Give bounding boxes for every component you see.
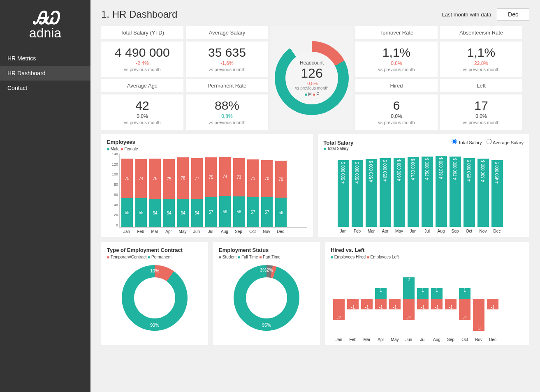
kpi-absenteeism: Absenteeism Rate 1,1% 22,8% vs previous … bbox=[440, 26, 522, 77]
kpi-avg-age: Average Age 42 0,0% vs previous month bbox=[101, 79, 183, 130]
nav-item-hr-metrics[interactable]: HR Metrics bbox=[0, 51, 90, 66]
legend-hired: Employees Hired bbox=[331, 255, 366, 259]
kpi-delta: 0,0% bbox=[442, 113, 521, 119]
nav-item-contact[interactable]: Contact bbox=[0, 81, 90, 95]
kpi-delta: 0,8% bbox=[188, 113, 267, 119]
month-filter-label: Last month with data: bbox=[442, 12, 493, 18]
radio-avg-salary[interactable]: Average Salary bbox=[487, 140, 524, 145]
employees-bar-chart: 140120100806040200 557555745476547554785… bbox=[119, 154, 307, 228]
logo-mark-icon: ᎯᏇ bbox=[0, 8, 90, 28]
hired-left-panel: Hired vs. Left Employees Hired Employees… bbox=[325, 242, 529, 345]
slice-label-perm: 90% bbox=[150, 323, 159, 327]
chart-legend: Total Salary bbox=[324, 146, 524, 151]
kpi-delta: -1,6% bbox=[188, 60, 267, 66]
mid-charts-row: Employees Male Female 140120100806040200… bbox=[101, 134, 529, 237]
kpi-sub: vs previous month bbox=[357, 120, 436, 125]
headcount-label: Headcount bbox=[295, 60, 328, 66]
headcount-sub: vs previous month bbox=[295, 86, 328, 90]
month-filter: Last month with data: Dec bbox=[442, 8, 529, 21]
kpi-delta: 0,0% bbox=[357, 113, 436, 119]
legend-total-salary: Total Salary bbox=[324, 146, 349, 151]
kpi-label: Average Salary bbox=[186, 26, 268, 42]
headcount-delta: -0,8% bbox=[295, 81, 328, 86]
slice-label-small: 3%2% bbox=[260, 267, 273, 272]
kpi-sub: vs previous month bbox=[188, 67, 267, 72]
kpi-permanent-rate: Permanent Rate 88% 0,8% vs previous mont… bbox=[186, 79, 268, 130]
main-content: 1. HR Dashboard Last month with data: De… bbox=[90, 0, 540, 392]
kpi-value: 1,1% bbox=[442, 46, 521, 60]
kpi-sub: vs previous month bbox=[442, 120, 521, 125]
chart-legend: Student Full Time Part Time bbox=[219, 255, 314, 259]
kpi-label: Hired bbox=[355, 79, 438, 95]
status-donut: 3%2% 95% bbox=[234, 265, 299, 331]
kpi-sub: vs previous month bbox=[442, 67, 521, 72]
chart-legend: Employees Hired Employees Left bbox=[331, 255, 524, 259]
slice-label-full: 95% bbox=[262, 323, 271, 327]
headcount-donut: Headcount 126 -0,8% vs previous month M … bbox=[275, 41, 349, 115]
kpi-grid: Total Salary (YTD) 4 490 000 -2,4% vs pr… bbox=[101, 26, 529, 130]
brand-logo: ᎯᏇ adnia bbox=[0, 8, 90, 51]
chart-title: Employees bbox=[107, 139, 307, 145]
kpi-value: 35 635 bbox=[188, 46, 267, 60]
x-axis: JanFebMarAprMayJunJulAugSepOctNovDec bbox=[331, 337, 524, 342]
salary-chart-panel: Total Salary Total Salary Average Salary… bbox=[318, 134, 530, 237]
legend-permanent: Permanent bbox=[148, 255, 172, 259]
bottom-charts-row: Type of Employment Contract Temporary/Co… bbox=[101, 242, 529, 345]
chart-title: Type of Employment Contract bbox=[107, 247, 202, 253]
legend-female: F bbox=[313, 92, 319, 97]
chart-title: Employment Status bbox=[219, 247, 314, 253]
kpi-value: 88% bbox=[188, 99, 267, 113]
chart-title: Total Salary bbox=[324, 140, 354, 146]
kpi-headcount: Headcount 126 -0,8% vs previous month M … bbox=[271, 26, 353, 130]
kpi-delta: -2,4% bbox=[103, 60, 182, 66]
status-chart-panel: Employment Status Student Full Time Part… bbox=[213, 242, 320, 345]
legend-parttime: Part Time bbox=[259, 255, 280, 259]
kpi-sub: vs previous month bbox=[188, 120, 267, 125]
x-axis: JanFebMarAprMayJunJulAugSepOctNovDec bbox=[336, 229, 524, 233]
kpi-value: 6 bbox=[357, 99, 436, 113]
salary-bar-chart: 4 500 000 $4 500 000 $4 580 000 $4 650 0… bbox=[336, 153, 524, 227]
sidebar: ᎯᏇ adnia HR Metrics HR Dashboard Contact bbox=[0, 0, 90, 392]
radio-total-salary[interactable]: Total Salary bbox=[452, 140, 482, 145]
legend-temporary: Temporary/Contract bbox=[107, 255, 146, 259]
kpi-hired: Hired 6 0,0% vs previous month bbox=[355, 79, 438, 130]
kpi-delta: 0,8% bbox=[357, 60, 436, 66]
contract-chart-panel: Type of Employment Contract Temporary/Co… bbox=[101, 242, 208, 345]
legend-fulltime: Full Time bbox=[238, 255, 258, 259]
kpi-label: Permanent Rate bbox=[186, 79, 268, 95]
month-select[interactable]: Dec bbox=[497, 8, 529, 21]
kpi-value: 17 bbox=[442, 99, 521, 113]
kpi-value: 4 490 000 bbox=[103, 46, 182, 60]
legend-student: Student bbox=[219, 255, 236, 259]
slice-label-temp: 10% bbox=[150, 268, 159, 273]
page-title: 1. HR Dashboard bbox=[101, 9, 177, 20]
legend-female: Female bbox=[121, 147, 138, 151]
chart-legend: Temporary/Contract Permanent bbox=[107, 255, 202, 259]
headcount-value: 126 bbox=[295, 66, 328, 81]
kpi-total-salary: Total Salary (YTD) 4 490 000 -2,4% vs pr… bbox=[101, 26, 183, 77]
chart-title: Hired vs. Left bbox=[331, 247, 524, 253]
kpi-turnover: Turnover Rate 1,1% 0,8% vs previous mont… bbox=[355, 26, 438, 77]
nav-item-hr-dashboard[interactable]: HR Dashboard bbox=[0, 66, 90, 81]
kpi-delta: 22,8% bbox=[442, 60, 521, 66]
y-axis: 140120100806040200 bbox=[108, 152, 118, 227]
kpi-label: Absenteeism Rate bbox=[440, 26, 522, 42]
brand-name: adnia bbox=[0, 25, 90, 41]
employees-chart-panel: Employees Male Female 140120100806040200… bbox=[101, 134, 313, 237]
legend-male: Male bbox=[107, 147, 120, 151]
kpi-left: Left 17 0,0% vs previous month bbox=[440, 79, 522, 130]
kpi-value: 42 bbox=[103, 99, 182, 113]
kpi-label: Turnover Rate bbox=[355, 26, 438, 42]
kpi-delta: 0,0% bbox=[103, 113, 182, 119]
legend-left: Employees Left bbox=[367, 255, 399, 259]
kpi-sub: vs previous month bbox=[103, 120, 182, 125]
legend-male: M bbox=[305, 92, 312, 97]
kpi-label: Left bbox=[440, 79, 522, 95]
kpi-label: Total Salary (YTD) bbox=[101, 26, 183, 42]
kpi-value: 1,1% bbox=[357, 46, 436, 60]
contract-donut: 10% 90% bbox=[122, 265, 188, 331]
kpi-label: Average Age bbox=[101, 79, 183, 95]
x-axis: JanFebMarAprMayJunJulAugSepOctNovDec bbox=[119, 229, 307, 234]
salary-toggle: Total Salary Average Salary bbox=[448, 139, 524, 145]
chart-legend: Male Female bbox=[107, 147, 307, 151]
